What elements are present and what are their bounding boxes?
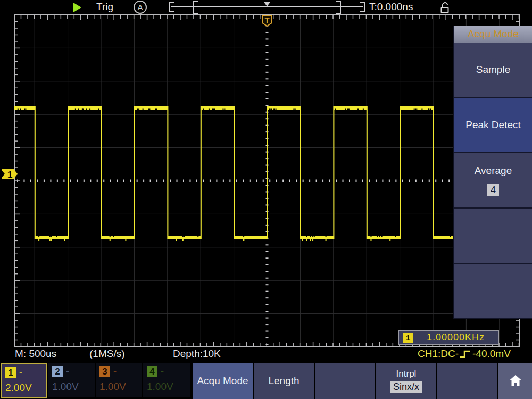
panel-title: Acqu Mode [454,26,532,43]
channel-3-box[interactable]: 3 - 1.00V [96,363,142,397]
menu-intrpl[interactable]: Intrpl Sinx/x [376,363,436,399]
trigger-settings-readout: CH1:DC- -40.0mV [418,348,511,360]
trigger-position-marker[interactable]: T [262,15,272,26]
bottom-menu-bar: 1 - 2.00V 2 - 1.00V 3 - 1.00V 4 - 1.00V [0,363,532,399]
svg-text:1: 1 [7,170,12,180]
softkey-sample[interactable]: Sample [454,43,532,98]
menu-acqu-mode[interactable]: Acqu Mode [193,363,253,399]
circled-a-icon: A [134,1,147,14]
ch1-scale: 2.00V [5,382,46,394]
unlocked-padlock-icon[interactable] [439,1,450,14]
memory-depth-readout: Depth:10K [173,348,221,360]
timebase-readout: M: 500us [15,348,56,360]
ch3-scale: 1.00V [99,381,142,393]
menu-length-label: Length [268,375,299,387]
ch2-badge: 2 [52,366,63,377]
ch3-badge: 3 [99,366,110,377]
menu-length[interactable]: Length [254,363,314,399]
trigger-level-value: -40.0mV [472,348,511,360]
ch4-coupling-dash: - [161,366,164,377]
ch2-scale: 1.00V [52,381,95,393]
acquire-menu-panel: Acqu Mode Sample Peak Detect Average 4 [453,26,532,319]
softkey-peak-detect-label: Peak Detect [466,119,521,131]
svg-text:T: T [264,15,269,24]
ch1-waveform [14,106,453,241]
top-status-bar: Trig A T:0.000ns [0,0,532,15]
menu-empty-2[interactable] [437,363,497,399]
menu-acqu-mode-label: Acqu Mode [197,375,248,387]
freq-value: 1.00000KHz [427,332,485,343]
softkey-sample-label: Sample [476,64,510,76]
average-count-value: 4 [487,184,499,196]
status-row: M: 500us (1MS/s) Depth:10K CH1:DC- -40.0… [0,348,532,362]
intrpl-value: Sinx/x [390,381,422,393]
ch1-badge: 1 [5,367,16,378]
channel-1-box[interactable]: 1 - 2.00V [1,363,47,398]
ch4-badge: 4 [147,366,157,377]
softkey-empty-2[interactable] [454,264,532,319]
ch4-scale: 1.00V [147,381,190,393]
softkey-empty-1[interactable] [454,209,532,264]
ch1-coupling-dash: - [19,367,22,378]
ch2-coupling-dash: - [66,366,69,377]
home-icon [508,373,523,389]
menu-empty-1[interactable] [315,363,375,399]
trigger-source-coupling: CH1:DC- [418,348,459,360]
channel-2-box[interactable]: 2 - 1.00V [48,363,95,397]
softkey-peak-detect[interactable]: Peak Detect [454,98,532,153]
freq-channel-badge: 1 [403,333,413,343]
rising-edge-icon [459,348,472,359]
run-play-icon [73,3,81,12]
ch1-ground-marker[interactable]: 1 [2,169,18,180]
trigger-time-readout: T:0.000ns [369,1,413,13]
trig-label: Trig [96,1,113,13]
ch3-coupling-dash: - [113,366,117,377]
sample-rate-readout: (1MS/s) [89,348,125,360]
softkey-average-label: Average [475,165,512,177]
home-button[interactable] [498,363,532,399]
menu-intrpl-label: Intrpl [396,369,417,379]
softkey-average[interactable]: Average 4 [454,153,532,209]
channel-4-box[interactable]: 4 - 1.00V [143,363,190,397]
frequency-meter: 1 1.00000KHz [398,330,499,345]
oscilloscope-screen: T 1 Trig A T:0.000ns Acqu Mode Sample Pe… [0,0,532,399]
